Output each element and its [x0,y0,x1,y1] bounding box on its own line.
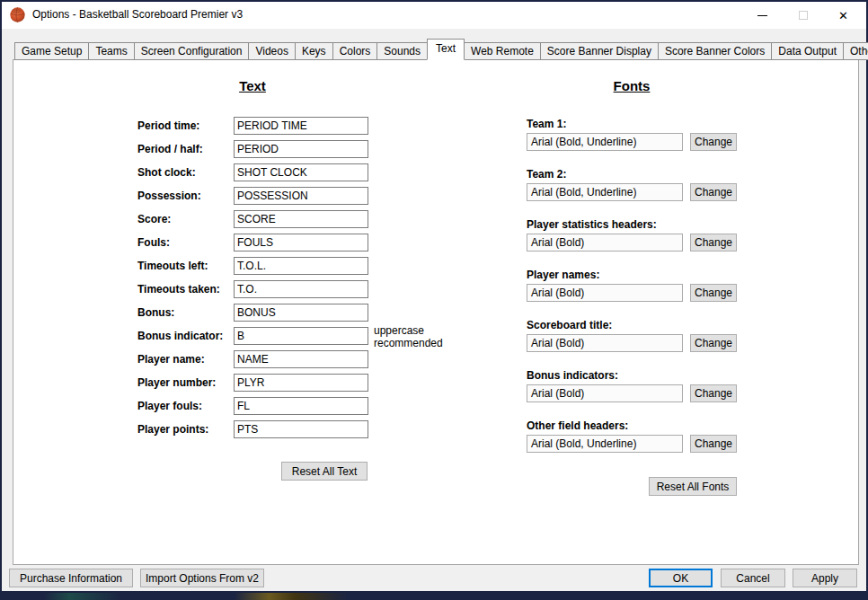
window-title: Options - Basketball Scoreboard Premier … [32,8,243,21]
minimize-button[interactable] [742,2,783,29]
player-names-font-label: Player names: [527,268,599,282]
field-row-shot-clock: Shot clock: [13,163,858,181]
tab-colors[interactable]: Colors [332,42,378,60]
team2-font-label: Team 2: [527,167,566,181]
score-label: Score: [137,210,171,228]
period-half-input[interactable] [234,140,368,158]
player-name-input[interactable] [234,350,368,368]
bonus-indicators-font-value: Arial (Bold) [527,384,683,402]
basketball-icon [9,6,26,23]
bonus-indicator-label: Bonus indicator: [137,327,223,345]
text-section-heading: Text [199,78,306,93]
team1-font-label: Team 1: [527,117,566,131]
ok-button[interactable]: OK [649,569,713,587]
player-points-input[interactable] [234,420,368,438]
tab-text[interactable]: Text [427,39,465,60]
timeouts-taken-input[interactable] [234,280,368,298]
tab-game-setup[interactable]: Game Setup [14,42,89,60]
player-number-label: Player number: [137,374,216,392]
team2-change-button[interactable]: Change [690,183,737,201]
player-number-input[interactable] [234,374,368,392]
uppercase-note: uppercase recommended [374,324,459,349]
desktop-background: Options - Basketball Scoreboard Premier … [0,0,868,600]
player-name-label: Player name: [137,350,205,368]
possession-label: Possession: [137,187,201,205]
apply-button[interactable]: Apply [793,569,857,587]
player-points-label: Player points: [137,420,208,438]
field-row-timeouts-left: Timeouts left: [13,257,858,275]
scoreboard-title-change-button[interactable]: Change [690,334,737,352]
tab-sounds[interactable]: Sounds [376,42,428,60]
tab-data-output[interactable]: Data Output [771,42,844,60]
bonus-label: Bonus: [137,304,174,322]
scoreboard-title-font-value: Arial (Bold) [527,334,683,352]
player-names-font-value: Arial (Bold) [527,284,683,302]
reset-all-text-button[interactable]: Reset All Text [281,462,368,481]
timeouts-taken-label: Timeouts taken: [137,280,220,298]
period-time-label: Period time: [137,117,199,135]
other-field-headers-font-label: Other field headers: [527,419,628,433]
team1-font-value: Arial (Bold, Underline) [527,133,683,151]
maximize-icon [799,11,808,20]
tab-screen-configuration[interactable]: Screen Configuration [134,42,250,60]
player-fouls-input[interactable] [234,397,368,415]
fouls-label: Fouls: [137,234,170,251]
tab-score-banner-display[interactable]: Score Banner Display [540,42,659,60]
reset-all-fonts-button[interactable]: Reset All Fonts [649,477,737,496]
purchase-information-button[interactable]: Purchase Information [9,569,133,587]
tab-keys[interactable]: Keys [295,42,333,60]
tab-strip: Game Setup Teams Screen Configuration Vi… [14,42,868,60]
tab-videos[interactable]: Videos [248,42,295,60]
titlebar[interactable]: Options - Basketball Scoreboard Premier … [2,2,866,29]
player-stats-headers-font-value: Arial (Bold) [527,234,683,251]
shot-clock-input[interactable] [234,163,368,181]
team2-font-value: Arial (Bold, Underline) [527,183,683,201]
period-time-input[interactable] [234,117,368,135]
text-tab-panel: Text Fonts Period time: Period / half: S… [13,59,859,565]
period-half-label: Period / half: [137,140,203,158]
tab-score-banner-colors[interactable]: Score Banner Colors [658,42,772,60]
bonus-indicator-input[interactable] [234,327,368,345]
field-row-period-time: Period time: [13,117,858,135]
tab-teams[interactable]: Teams [88,42,134,60]
score-input[interactable] [234,210,368,228]
bonus-indicators-change-button[interactable]: Change [690,384,737,402]
other-field-headers-font-value: Arial (Bold, Underline) [527,435,683,453]
player-stats-headers-font-label: Player statistics headers: [527,217,657,232]
timeouts-left-label: Timeouts left: [137,257,208,275]
tab-other[interactable]: Other [843,42,868,60]
scoreboard-title-font-label: Scoreboard title: [527,318,612,332]
team1-change-button[interactable]: Change [690,133,737,151]
bonus-input[interactable] [234,304,368,322]
minimize-icon [757,15,767,16]
maximize-button [783,2,823,29]
close-icon: ✕ [838,10,848,22]
possession-input[interactable] [234,187,368,205]
shot-clock-label: Shot clock: [137,163,196,181]
other-field-headers-change-button[interactable]: Change [690,435,737,453]
player-names-change-button[interactable]: Change [690,284,737,302]
fouls-input[interactable] [234,234,368,251]
close-button[interactable]: ✕ [823,2,864,29]
player-fouls-label: Player fouls: [137,397,202,415]
field-row-bonus: Bonus: [13,304,858,322]
import-options-from-v2-button[interactable]: Import Options From v2 [140,569,264,587]
field-row-player-name: Player name: [13,350,858,368]
player-stats-headers-change-button[interactable]: Change [690,234,737,251]
cancel-button[interactable]: Cancel [721,569,785,587]
options-dialog: Options - Basketball Scoreboard Premier … [0,0,868,593]
timeouts-left-input[interactable] [234,257,368,275]
tab-web-remote[interactable]: Web Remote [464,42,541,60]
fonts-section-heading: Fonts [578,78,686,93]
field-row-score: Score: [13,210,858,228]
bonus-indicators-font-label: Bonus indicators: [527,368,618,383]
